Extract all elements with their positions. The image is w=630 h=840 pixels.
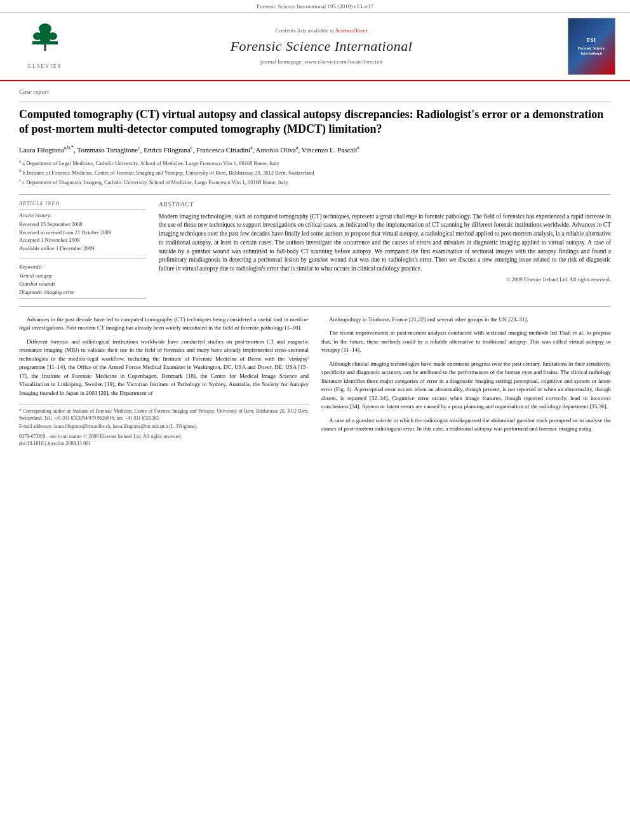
abstract-title: Abstract bbox=[159, 200, 611, 209]
copyright-line: © 2009 Elsevier Ireland Ltd. All rights … bbox=[159, 276, 611, 284]
body-text: Advances in the past decade have led to … bbox=[19, 316, 611, 447]
body-para-6: A case of a gunshot suicide in which the… bbox=[321, 417, 611, 434]
keyword-3: Diagnostic imaging error bbox=[19, 289, 146, 297]
keywords-section: Keywords: Virtual autopsy Gunshot wounds… bbox=[19, 263, 146, 297]
sciencedirect-line: Contents lists available at ScienceDirec… bbox=[80, 27, 563, 35]
svg-rect-5 bbox=[44, 44, 46, 51]
sciencedirect-link[interactable]: ScienceDirect bbox=[335, 27, 367, 34]
elsevier-logo bbox=[26, 22, 64, 62]
citation-text: Forensic Science International 195 (2010… bbox=[257, 3, 373, 10]
author-2: Tommaso Tartaglione bbox=[77, 146, 138, 154]
body-para-2: Different forensic and radiological inst… bbox=[19, 338, 309, 398]
doi-line: 0379-0738/$ – see front matter © 2009 El… bbox=[19, 433, 309, 447]
body-para-4: The recent improvements in post-mortem a… bbox=[321, 329, 611, 355]
body-para-3: Anthropology in Toulouse, France [21,22]… bbox=[321, 316, 611, 324]
footnotes: * Corresponding author at: Institute of … bbox=[19, 404, 309, 447]
elsevier-label: ELSEVIER bbox=[28, 63, 62, 70]
header-right: FSI Forensic Science International bbox=[563, 18, 620, 75]
section-label: Case report bbox=[19, 88, 611, 97]
journal-header: ELSEVIER Contents lists available at Sci… bbox=[0, 13, 630, 81]
article-title: Computed tomography (CT) virtual autopsy… bbox=[19, 107, 611, 137]
author-1: Laura Filograna bbox=[19, 146, 64, 154]
history-title: Article history: bbox=[19, 212, 146, 220]
sciencedirect-label: Contents lists available at bbox=[276, 27, 334, 34]
affil-a: a a Department of Legal Medicine, Cathol… bbox=[19, 159, 611, 168]
homepage-label: journal homepage: www.elsevier.com/locat… bbox=[260, 58, 382, 65]
body-col-left: Advances in the past decade have led to … bbox=[19, 316, 309, 447]
history-online: Available online 1 December 2009 bbox=[19, 245, 146, 253]
footnote-1: * Corresponding author at: Institute of … bbox=[19, 408, 309, 422]
svg-point-4 bbox=[48, 32, 57, 40]
author-4: Francesca Cittadini bbox=[196, 146, 250, 154]
history-accepted: Accepted 1 November 2009 bbox=[19, 237, 146, 244]
body-divider bbox=[19, 306, 611, 307]
article-info-divider bbox=[19, 194, 611, 195]
journal-top-bar: Forensic Science International 195 (2010… bbox=[0, 0, 630, 13]
body-para-1: Advances in the past decade have led to … bbox=[19, 316, 309, 333]
history-revised: Received in revised form 21 October 2009 bbox=[19, 229, 146, 237]
page-wrapper: Forensic Science International 195 (2010… bbox=[0, 0, 630, 453]
keyword-1: Virtual autopsy bbox=[19, 272, 146, 280]
journal-cover-image: FSI Forensic Science International bbox=[568, 18, 615, 75]
elsevier-tree-icon bbox=[26, 22, 64, 57]
footnote-2: E-mail addresses: laura.filograna@irm.un… bbox=[19, 423, 309, 430]
body-col-right: Anthropology in Toulouse, France [21,22]… bbox=[321, 316, 611, 447]
abstract-text: Modern imaging technologies, such as com… bbox=[159, 213, 611, 274]
abstract-col: Abstract Modern imaging technologies, su… bbox=[159, 200, 611, 301]
header-left: ELSEVIER bbox=[10, 22, 80, 70]
svg-point-3 bbox=[33, 32, 42, 40]
doi-value: doi:10.1016/j.forsciint.2009.11.001 bbox=[19, 441, 91, 446]
affil-b: b b Institute of Forensic Medicine, Cent… bbox=[19, 168, 611, 177]
author-3: Enrica Filograna bbox=[144, 146, 191, 154]
article-info-abstract: Article info Article history: Received 1… bbox=[19, 200, 611, 301]
header-center: Contents lists available at ScienceDirec… bbox=[80, 27, 563, 66]
svg-point-2 bbox=[39, 23, 51, 34]
article-history: Article history: Received 15 September 2… bbox=[19, 212, 146, 253]
main-content: Case report Computed tomography (CT) vir… bbox=[0, 81, 630, 454]
affiliations: a a Department of Legal Medicine, Cathol… bbox=[19, 159, 611, 186]
title-divider-top bbox=[19, 102, 611, 102]
body-para-5: Although clinical imaging technologies h… bbox=[321, 360, 611, 411]
article-info-col: Article info Article history: Received 1… bbox=[19, 200, 146, 301]
affil-c: c c Department of Diagnostic Imaging, Ca… bbox=[19, 178, 611, 187]
history-received: Received 15 September 2008 bbox=[19, 221, 146, 229]
keyword-2: Gunshot wounds bbox=[19, 281, 146, 288]
journal-title: Forensic Science International bbox=[80, 37, 563, 57]
svg-rect-0 bbox=[32, 41, 58, 44]
author-5: Antonio Oliva bbox=[256, 146, 296, 154]
article-info-title: Article info bbox=[19, 200, 146, 207]
homepage-line: journal homepage: www.elsevier.com/locat… bbox=[80, 58, 563, 66]
authors-line: Laura Filogranaa,b,*, Tommaso Tartaglion… bbox=[19, 144, 611, 155]
doi-text: 0379-0738/$ – see front matter © 2009 El… bbox=[19, 434, 182, 439]
keywords-title: Keywords: bbox=[19, 263, 146, 271]
